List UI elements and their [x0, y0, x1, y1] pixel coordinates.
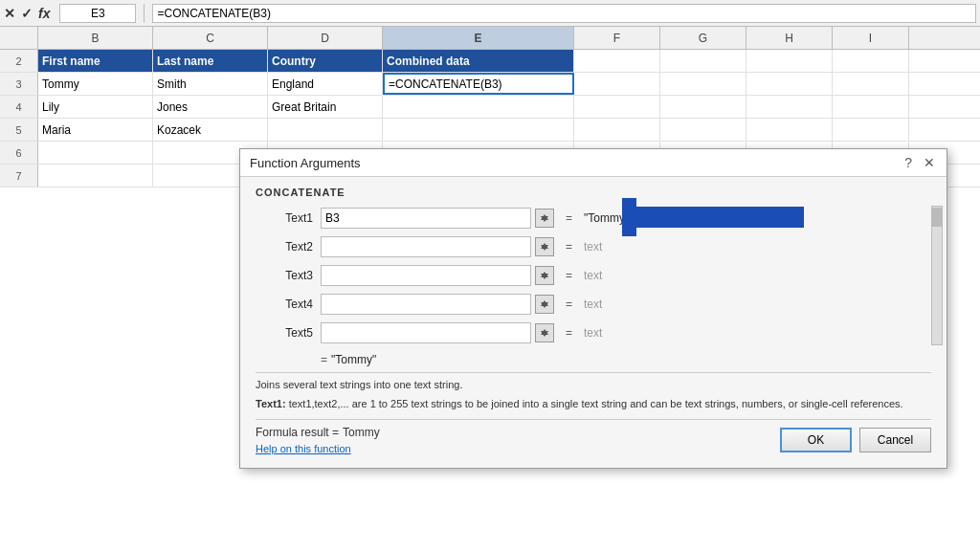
arg-input-text2[interactable]	[321, 236, 531, 257]
cancel-icon[interactable]: ✕	[4, 6, 15, 21]
ok-button[interactable]: OK	[780, 428, 852, 452]
formula-result-value: Tommy	[343, 426, 380, 439]
dialog-func-name: CONCATENATE	[256, 187, 931, 198]
dialog-footer: Formula result = Tommy Help on this func…	[256, 419, 931, 458]
cell-i2[interactable]	[833, 50, 909, 72]
row-number-3: 3	[0, 73, 38, 95]
col-header-h[interactable]: H	[746, 27, 833, 49]
cell-f5[interactable]	[574, 119, 660, 141]
dialog-body: CONCATENATE Text1 =	[240, 177, 947, 468]
arg-row-text2: Text2 = text	[256, 234, 931, 259]
help-link[interactable]: Help on this function	[256, 443, 380, 454]
cell-f3[interactable]	[574, 73, 660, 95]
cell-b4[interactable]: Lily	[38, 96, 153, 118]
arg-expand-btn-text5[interactable]	[535, 323, 554, 342]
arg-input-wrap-text4	[321, 294, 554, 315]
cell-i3[interactable]	[833, 73, 909, 95]
col-header-e[interactable]: E	[383, 27, 574, 49]
arg-row-text4: Text4 = text	[256, 292, 931, 317]
dialog-help-btn[interactable]: ?	[902, 155, 914, 170]
arg-row-text3: Text3 = text	[256, 263, 931, 288]
cell-e4[interactable]	[383, 96, 574, 118]
formula-input[interactable]	[152, 4, 976, 23]
arg-equals-text5: =	[566, 326, 572, 340]
confirm-icon[interactable]: ✓	[21, 6, 33, 21]
col-header-b[interactable]: B	[38, 27, 153, 49]
row-number-7: 7	[0, 165, 38, 187]
function-arguments-dialog: Function Arguments ? ✕ CONCATENATE Text1	[239, 148, 947, 469]
arg-value-text1: "Tommy"	[584, 211, 629, 225]
formula-separator	[144, 4, 145, 23]
formula-bar-icons: ✕ ✓ fx	[4, 6, 50, 21]
help-arg-label: Text1:	[256, 398, 286, 409]
cell-i5[interactable]	[833, 119, 909, 141]
cell-d4[interactable]: Great Britain	[268, 96, 383, 118]
header-country[interactable]: Country	[268, 50, 383, 72]
cell-h2[interactable]	[746, 50, 833, 72]
dialog-close-btn[interactable]: ✕	[922, 155, 937, 170]
arg-input-text4[interactable]	[321, 294, 531, 315]
dialog-title-controls: ? ✕	[902, 155, 937, 170]
data-row-3: 3 Tommy Smith England =CONCATENATE(B3)	[0, 73, 980, 96]
row-number-6: 6	[0, 142, 38, 164]
arg-label-text5: Text5	[256, 326, 313, 340]
arg-input-wrap-text1	[321, 208, 554, 229]
arg-input-text1[interactable]	[321, 208, 531, 229]
cell-g2[interactable]	[660, 50, 746, 72]
col-header-f[interactable]: F	[574, 27, 660, 49]
cell-d3[interactable]: England	[268, 73, 383, 95]
cell-c5[interactable]: Kozacek	[153, 119, 268, 141]
arg-expand-btn-text3[interactable]	[535, 266, 554, 285]
dialog-buttons: OK Cancel	[780, 428, 931, 452]
cell-e5[interactable]	[383, 119, 574, 141]
cell-e3[interactable]: =CONCATENATE(B3)	[383, 73, 574, 95]
col-header-d[interactable]: D	[268, 27, 383, 49]
col-header-i[interactable]: I	[833, 27, 909, 49]
formula-result-area: Formula result = Tommy	[256, 426, 380, 439]
cell-i4[interactable]	[833, 96, 909, 118]
cancel-button[interactable]: Cancel	[859, 428, 931, 452]
cell-h3[interactable]	[746, 73, 833, 95]
arg-label-text4: Text4	[256, 298, 313, 311]
help-arg-detail: text1,text2,... are 1 to 255 text string…	[289, 398, 903, 409]
cell-b7[interactable]	[38, 165, 153, 187]
cell-f2[interactable]	[574, 50, 660, 72]
arg-input-text3[interactable]	[321, 265, 531, 286]
arg-equals-text3: =	[566, 269, 572, 282]
arg-expand-btn-text1[interactable]	[535, 209, 554, 228]
arg-equals-text1: =	[566, 211, 572, 225]
result-equals: =	[321, 353, 327, 366]
fx-icon[interactable]: fx	[38, 6, 50, 21]
cell-g4[interactable]	[660, 96, 746, 118]
header-firstname[interactable]: First name	[38, 50, 153, 72]
header-combined[interactable]: Combined data	[383, 50, 574, 72]
cell-h5[interactable]	[746, 119, 833, 141]
arg-equals-text4: =	[566, 298, 572, 311]
cell-g3[interactable]	[660, 73, 746, 95]
col-header-g[interactable]: G	[660, 27, 746, 49]
cell-d5[interactable]	[268, 119, 383, 141]
dialog-scrollbar[interactable]	[931, 206, 943, 345]
data-row-5: 5 Maria Kozacek	[0, 119, 980, 142]
arg-input-text5[interactable]	[321, 322, 531, 343]
dialog-help-section: Text1: text1,text2,... are 1 to 255 text…	[256, 398, 931, 409]
cell-b3[interactable]: Tommy	[38, 73, 153, 95]
name-box[interactable]	[59, 4, 136, 23]
arg-label-text1: Text1	[256, 211, 313, 225]
arg-equals-text2: =	[566, 240, 572, 253]
header-lastname[interactable]: Last name	[153, 50, 268, 72]
cell-g5[interactable]	[660, 119, 746, 141]
cell-c4[interactable]: Jones	[153, 96, 268, 118]
cell-b6[interactable]	[38, 142, 153, 164]
arg-input-wrap-text5	[321, 322, 554, 343]
arg-row-text5: Text5 = text	[256, 320, 931, 345]
cell-c3[interactable]: Smith	[153, 73, 268, 95]
formula-result-label: Formula result =	[256, 426, 339, 439]
cell-h4[interactable]	[746, 96, 833, 118]
arg-value-text5: text	[584, 326, 602, 340]
cell-b5[interactable]: Maria	[38, 119, 153, 141]
arg-expand-btn-text4[interactable]	[535, 295, 554, 314]
arg-expand-btn-text2[interactable]	[535, 237, 554, 256]
col-header-c[interactable]: C	[153, 27, 268, 49]
cell-f4[interactable]	[574, 96, 660, 118]
